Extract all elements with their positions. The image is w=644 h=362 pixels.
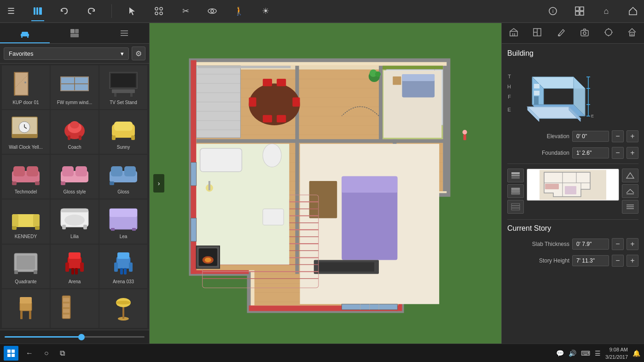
list-item[interactable]: Gloss <box>99 155 147 199</box>
tab-materials[interactable] <box>50 23 99 43</box>
settings-button[interactable]: ⚙ <box>132 47 145 60</box>
list-item[interactable]: Coach <box>51 110 99 154</box>
list-item[interactable]: Arena <box>51 245 99 288</box>
svg-rect-237 <box>511 190 520 192</box>
list-item[interactable]: Sunny <box>99 110 147 154</box>
svg-rect-1 <box>36 7 38 15</box>
redo-icon[interactable] <box>85 5 98 18</box>
svg-rect-136 <box>292 97 300 106</box>
svg-rect-80 <box>17 256 35 269</box>
view-option-button-3[interactable] <box>507 200 524 214</box>
right-top-tabs <box>502 23 644 44</box>
story-height-minus-button[interactable]: − <box>612 255 624 267</box>
svg-rect-186 <box>464 134 466 140</box>
angle-view-button-3[interactable] <box>622 200 638 214</box>
foundation-plus-button[interactable]: + <box>627 147 638 159</box>
item-label: KUP door 01 <box>5 100 46 105</box>
group-icon[interactable] <box>152 5 165 18</box>
back-button[interactable]: ← <box>22 347 37 359</box>
mini-map[interactable] <box>527 169 619 201</box>
svg-point-5 <box>155 12 158 15</box>
elevation-minus-button[interactable]: − <box>612 130 624 142</box>
list-item[interactable]: KUP door 01 <box>2 65 50 109</box>
svg-point-205 <box>558 35 560 36</box>
scissors-icon[interactable]: ✂ <box>179 5 192 18</box>
view-option-button-1[interactable] <box>507 169 524 182</box>
undo-icon[interactable] <box>58 5 71 18</box>
slab-thickness-value[interactable]: 0' 7.9" <box>572 239 609 250</box>
expand-panel-button[interactable]: › <box>153 174 164 193</box>
list-item[interactable]: Lea <box>99 199 147 243</box>
tab-rooms[interactable] <box>529 28 545 39</box>
chat-icon[interactable]: 💬 <box>556 350 564 357</box>
tab-camera[interactable] <box>576 28 593 39</box>
view-option-button-2[interactable] <box>507 184 524 198</box>
sun-icon[interactable]: ☀ <box>259 5 272 18</box>
svg-rect-238 <box>511 193 520 194</box>
svg-rect-11 <box>575 7 579 11</box>
info-icon[interactable]: i <box>546 5 559 18</box>
svg-rect-155 <box>342 176 397 193</box>
volume-icon[interactable]: 🔊 <box>569 350 576 357</box>
canvas-area[interactable]: › <box>150 23 501 344</box>
list-item[interactable]: Lilia <box>51 199 99 243</box>
house-icon[interactable]: ⌂ <box>600 5 613 18</box>
library-icon[interactable] <box>31 5 44 18</box>
list-item[interactable] <box>2 289 50 328</box>
list-item[interactable]: Wall Clock Yell... <box>2 110 50 154</box>
svg-rect-17 <box>21 36 23 38</box>
list-item[interactable]: TV Set Stand <box>99 65 147 109</box>
share-icon[interactable] <box>627 5 639 18</box>
view3d-icon[interactable] <box>206 5 219 18</box>
list-item[interactable]: FW symm wind... <box>51 65 99 109</box>
slab-minus-button[interactable]: − <box>612 238 624 250</box>
story-height-plus-button[interactable]: + <box>627 255 638 267</box>
divider-2 <box>507 219 638 220</box>
dim-label-t: T <box>507 71 511 82</box>
notification-icon[interactable]: 🔔 <box>632 350 640 357</box>
tab-paint[interactable] <box>553 28 569 39</box>
svg-rect-25 <box>14 72 28 95</box>
list-item[interactable] <box>51 289 99 328</box>
walk-icon[interactable]: 🚶 <box>232 5 245 18</box>
foundation-value[interactable]: 1' 2.6" <box>572 147 609 158</box>
tab-walls[interactable] <box>505 28 522 39</box>
elevation-plus-button[interactable]: + <box>627 130 638 142</box>
story-height-value[interactable]: 7' 11.3" <box>572 255 609 266</box>
layout-icon[interactable] <box>573 5 586 18</box>
elevation-value[interactable]: 0' 0" <box>572 131 609 142</box>
list-item[interactable] <box>99 289 147 328</box>
angle-view-button-1[interactable] <box>622 169 638 182</box>
tab-house[interactable] <box>624 28 640 39</box>
svg-rect-233 <box>511 172 520 174</box>
list-item[interactable]: Quadrante <box>2 245 50 288</box>
svg-rect-2 <box>39 7 42 15</box>
svg-point-4 <box>160 7 162 10</box>
start-button[interactable] <box>4 346 18 361</box>
menu-icon[interactable]: ☰ <box>5 5 17 18</box>
list-item[interactable]: Arena 033 <box>99 245 147 288</box>
slab-plus-button[interactable]: + <box>627 238 638 250</box>
keyboard-icon[interactable]: ⌨ <box>581 350 590 357</box>
angle-view-button-2[interactable] <box>622 184 638 198</box>
favorites-dropdown[interactable]: Favorites ▾ <box>4 47 129 60</box>
svg-rect-93 <box>120 268 123 274</box>
list-item[interactable]: Techmodel <box>2 155 50 199</box>
tab-effects[interactable] <box>600 28 617 39</box>
item-image-kup-door <box>7 69 44 99</box>
item-image-gloss <box>105 158 142 188</box>
list-item[interactable]: Gloss style <box>51 155 99 199</box>
list-item[interactable]: KENNEDY <box>2 199 50 243</box>
foundation-minus-button[interactable]: − <box>612 147 624 159</box>
slider-thumb[interactable] <box>78 334 85 340</box>
notification-bar[interactable]: ☰ <box>595 350 601 357</box>
foundation-row: Foundation 1' 2.6" − + <box>507 147 638 159</box>
slider-track[interactable] <box>5 336 145 338</box>
svg-rect-249 <box>565 186 576 194</box>
tab-furniture[interactable] <box>0 23 50 43</box>
svg-rect-56 <box>35 181 40 185</box>
tab-list[interactable] <box>99 23 149 43</box>
home-button[interactable]: ○ <box>41 347 52 359</box>
windows-button[interactable]: ⧉ <box>56 347 69 359</box>
select-icon[interactable] <box>126 5 139 18</box>
